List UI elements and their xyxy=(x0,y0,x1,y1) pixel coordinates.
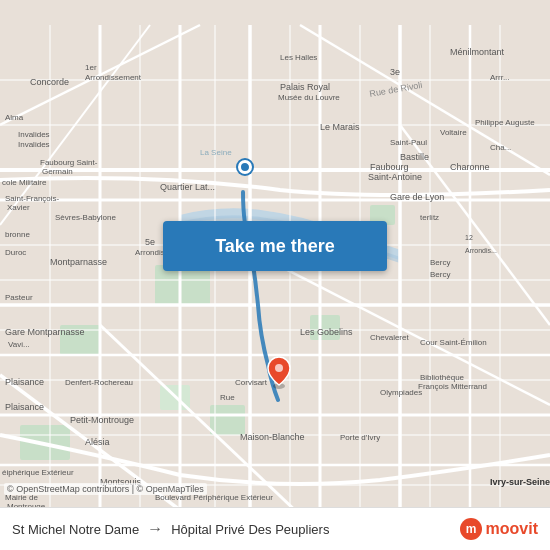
moovit-logo: m moovit xyxy=(460,518,538,540)
svg-text:3e: 3e xyxy=(390,67,400,77)
svg-text:Gare de Lyon: Gare de Lyon xyxy=(390,192,444,202)
svg-text:Rue: Rue xyxy=(220,393,235,402)
svg-text:Corvisart: Corvisart xyxy=(235,378,268,387)
svg-text:terlitz: terlitz xyxy=(420,213,439,222)
route-from: St Michel Notre Dame xyxy=(12,522,139,537)
svg-text:Philippe Auguste: Philippe Auguste xyxy=(475,118,535,127)
svg-text:Denfert-Rochereau: Denfert-Rochereau xyxy=(65,378,133,387)
svg-text:Bibliothèque: Bibliothèque xyxy=(420,373,465,382)
svg-text:Gare Montparnasse: Gare Montparnasse xyxy=(5,327,85,337)
svg-text:Germain: Germain xyxy=(42,167,73,176)
map-attribution: © OpenStreetMap contributors | © OpenMap… xyxy=(4,483,207,495)
svg-text:Invalides: Invalides xyxy=(18,140,50,149)
svg-text:Le Marais: Le Marais xyxy=(320,122,360,132)
svg-text:1er: 1er xyxy=(85,63,97,72)
svg-text:Vavi...: Vavi... xyxy=(8,340,30,349)
take-me-there-button[interactable]: Take me there xyxy=(163,221,387,271)
svg-text:Les Gobelins: Les Gobelins xyxy=(300,327,353,337)
svg-text:Quartier Lat...: Quartier Lat... xyxy=(160,182,215,192)
svg-text:Arrondis...: Arrondis... xyxy=(465,247,497,254)
svg-text:Charonne: Charonne xyxy=(450,162,490,172)
svg-text:Maison-Blanche: Maison-Blanche xyxy=(240,432,305,442)
moovit-brand-text: moovit xyxy=(486,520,538,538)
svg-text:Montparnasse: Montparnasse xyxy=(50,257,107,267)
map-area: Concorde 1er Arrondissement Les Halles 3… xyxy=(0,0,550,550)
svg-text:François Mitterrand: François Mitterrand xyxy=(418,382,487,391)
svg-rect-0 xyxy=(0,25,550,525)
svg-text:Saint-Antoine: Saint-Antoine xyxy=(368,172,422,182)
bottom-bar: St Michel Notre Dame → Hôpital Privé Des… xyxy=(0,507,550,550)
svg-point-111 xyxy=(275,364,283,372)
svg-text:Invalides: Invalides xyxy=(18,130,50,139)
svg-text:Ménilmontant: Ménilmontant xyxy=(450,47,505,57)
svg-text:Cha...: Cha... xyxy=(490,143,511,152)
svg-text:Duroc: Duroc xyxy=(5,248,26,257)
svg-text:Chevaleret: Chevaleret xyxy=(370,333,409,342)
svg-text:Cour Saint-Émilion: Cour Saint-Émilion xyxy=(420,338,487,347)
svg-text:Plaisance: Plaisance xyxy=(5,377,44,387)
svg-text:Petit-Montrouge: Petit-Montrouge xyxy=(70,415,134,425)
svg-text:Plaisance: Plaisance xyxy=(5,402,44,412)
svg-text:Saint-François-: Saint-François- xyxy=(5,194,60,203)
svg-rect-1 xyxy=(155,265,210,305)
svg-text:Les Halles: Les Halles xyxy=(280,53,317,62)
svg-text:Bastille: Bastille xyxy=(400,152,429,162)
svg-text:Arrr...: Arrr... xyxy=(490,73,510,82)
svg-text:cole Militaire: cole Militaire xyxy=(2,178,47,187)
svg-text:Sèvres-Babylone: Sèvres-Babylone xyxy=(55,213,116,222)
moovit-icon: m xyxy=(460,518,482,540)
origin-marker xyxy=(238,160,252,174)
svg-text:Palais Royal: Palais Royal xyxy=(280,82,330,92)
svg-text:La Seine: La Seine xyxy=(200,148,232,157)
route-arrow-icon: → xyxy=(147,520,163,538)
svg-text:Bercy: Bercy xyxy=(430,270,450,279)
svg-text:Alma: Alma xyxy=(5,113,24,122)
svg-text:Arrondissement: Arrondissement xyxy=(85,73,142,82)
svg-text:Saint-Paul: Saint-Paul xyxy=(390,138,427,147)
svg-text:Faubourg Saint-: Faubourg Saint- xyxy=(40,158,98,167)
svg-text:bronne: bronne xyxy=(5,230,30,239)
svg-text:5e: 5e xyxy=(145,237,155,247)
svg-text:Alésia: Alésia xyxy=(85,437,110,447)
svg-text:Bercy: Bercy xyxy=(430,258,450,267)
svg-text:Olympiades: Olympiades xyxy=(380,388,422,397)
route-to: Hôpital Privé Des Peupliers xyxy=(171,522,329,537)
svg-text:Ivry-sur-Seine: Ivry-sur-Seine xyxy=(490,477,550,487)
svg-text:éiphérique Extérieur: éiphérique Extérieur xyxy=(2,468,74,477)
svg-text:Concorde: Concorde xyxy=(30,77,69,87)
svg-text:Faubourg: Faubourg xyxy=(370,162,409,172)
svg-text:m: m xyxy=(465,522,476,536)
svg-text:12: 12 xyxy=(465,234,473,241)
route-info: St Michel Notre Dame → Hôpital Privé Des… xyxy=(12,520,460,538)
app-container: Concorde 1er Arrondissement Les Halles 3… xyxy=(0,0,550,550)
svg-text:Porte d'Ivry: Porte d'Ivry xyxy=(340,433,380,442)
svg-text:Pasteur: Pasteur xyxy=(5,293,33,302)
svg-text:Xavier: Xavier xyxy=(7,203,30,212)
svg-text:Voltaire: Voltaire xyxy=(440,128,467,137)
destination-pin xyxy=(266,355,292,389)
svg-text:Musée du Louvre: Musée du Louvre xyxy=(278,93,340,102)
